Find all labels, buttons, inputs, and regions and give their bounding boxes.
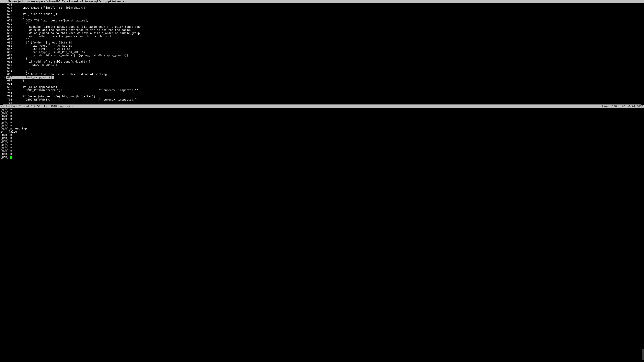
- code-text: DBUG_EXECUTE("info", TEST_join(this););: [12, 6, 641, 10]
- source-line: 678 JOIN_TAB *tab= best_ref[const_tables…: [3, 19, 641, 22]
- source-line: 683 as in other cases the join is done b…: [3, 35, 641, 38]
- console-line: (gdb) n: [0, 111, 644, 114]
- code-text: as in other cases the join is done befor…: [12, 35, 641, 38]
- line-number: 685: [6, 41, 12, 44]
- current-line-marker: [3, 60, 6, 63]
- line-number: 691: [6, 60, 12, 63]
- code-text: [12, 10, 641, 13]
- line-number: 681: [6, 29, 12, 32]
- gdb-prompt-line[interactable]: (gdb): [0, 156, 644, 159]
- current-line-marker: [3, 16, 6, 19]
- gdb-console[interactable]: (gdb) n(gdb) n(gdb) n(gdb) n(gdb) n(gdb)…: [0, 108, 644, 362]
- source-line: 675: [3, 10, 641, 13]
- source-line: 682 We only need to do this when we have…: [3, 32, 641, 35]
- current-line-marker: [3, 32, 6, 35]
- current-line-marker: [3, 54, 6, 57]
- line-number: 699: [6, 86, 12, 89]
- line-number: 693: [6, 67, 12, 70]
- current-line-marker: [3, 38, 6, 41]
- code-text: [12, 82, 641, 85]
- source-line: 677 {: [3, 16, 641, 19]
- code-text: DBUG_RETURN(1); /* purecov: inspected */: [12, 98, 641, 101]
- current-line-marker: [3, 98, 6, 101]
- code-text: we must add the removed reference to the…: [12, 29, 641, 32]
- code-text: DBUG_RETURN(error= 1); /* purecov: inspe…: [12, 89, 641, 92]
- code-text: if (!plan_is_const()): [12, 13, 641, 16]
- console-line: (gdb) n: [0, 124, 644, 127]
- source-line: 697 }: [3, 79, 641, 82]
- current-line-marker: [3, 63, 6, 67]
- current-line-marker: [3, 19, 6, 22]
- line-number: 676: [6, 13, 12, 16]
- line-number: 682: [6, 32, 12, 35]
- code-text: {: [12, 16, 641, 19]
- source-line: 694 }: [3, 70, 641, 73]
- source-line: 699 if (alloc_qep(tables)): [3, 86, 641, 89]
- current-line-marker: [3, 10, 6, 13]
- source-file-path: /home/jenkins/workspace/stonedb5.7-zsl-c…: [8, 0, 126, 3]
- line-number: 675: [6, 10, 12, 13]
- code-text: }: [12, 70, 641, 73]
- current-line-marker: [3, 41, 6, 44]
- current-line-marker: [3, 86, 6, 89]
- console-line: (gdb) p need_tmp: [0, 127, 644, 130]
- current-line-marker: [3, 29, 6, 32]
- source-line: 702 if (make_join_readinfo(this, no_jbuf…: [3, 95, 641, 98]
- current-line-marker: [3, 92, 6, 95]
- current-line-marker: [3, 67, 6, 70]
- source-line: 688 tab->type() != JT_REF_OR_NULL &&: [3, 51, 641, 54]
- status-bar: multi-thre Thread 0x7f59b In: JOIN::opti…: [0, 105, 644, 108]
- gdb-prompt: (gdb): [0, 156, 10, 159]
- line-number: 695: [6, 73, 12, 76]
- current-line-marker: >: [3, 76, 6, 79]
- source-line: 701: [3, 92, 641, 95]
- source-line: 680 Because filesort always does a full …: [3, 25, 641, 29]
- console-line: (gdb) n: [0, 117, 644, 121]
- line-number: 683: [6, 35, 12, 38]
- current-line-marker: [3, 51, 6, 54]
- source-line: 692 DBUG_RETURN(1);: [3, 63, 641, 67]
- code-text: tab->type() != JT_REF_OR_NULL &&: [12, 51, 641, 54]
- line-number: 694: [6, 70, 12, 73]
- current-line-marker: [3, 3, 6, 6]
- source-line: 673: [3, 3, 641, 6]
- code-text: [12, 3, 641, 6]
- line-number: 696: [6, 76, 12, 79]
- code-text: test_skip_sort();: [12, 76, 641, 79]
- console-line: (gdb) n: [0, 114, 644, 117]
- line-number: 698: [6, 82, 12, 85]
- source-title-bar: /home/jenkins/workspace/stonedb5.7-zsl-c…: [0, 0, 644, 3]
- cursor[interactable]: [10, 156, 12, 159]
- line-number: 687: [6, 48, 12, 51]
- code-text: // Test if we can use an index instead o…: [12, 73, 641, 76]
- current-line-marker: [3, 25, 6, 29]
- line-number: 673: [6, 3, 12, 6]
- source-line: 685 if ((order || group_list) &&: [3, 41, 641, 44]
- code-text: {: [12, 57, 641, 60]
- current-line-marker: [3, 95, 6, 98]
- line-number: 686: [6, 44, 12, 48]
- source-line: 687 tab->type() != JT_FT &&: [3, 48, 641, 51]
- source-view[interactable]: 673 674 DBUG_EXECUTE("info", TEST_join(t…: [3, 3, 641, 105]
- current-line-marker: [3, 82, 6, 85]
- code-text: if ((order || group_list) &&: [12, 41, 641, 44]
- console-line: (gdb) n: [0, 108, 644, 111]
- line-number: 688: [6, 51, 12, 54]
- console-line: (gdb) n: [0, 140, 644, 143]
- gdb-tui-root: /home/jenkins/workspace/stonedb5.7-zsl-c…: [0, 0, 644, 362]
- source-line: 676 if (!plan_is_const()): [3, 13, 641, 16]
- console-line: (gdb) n: [0, 133, 644, 137]
- code-text: We only need to do this when we have a s…: [12, 32, 641, 35]
- code-text: }: [12, 67, 641, 70]
- source-line: 690 {: [3, 57, 641, 60]
- current-line-marker: [3, 73, 6, 76]
- line-number: 677: [6, 16, 12, 19]
- code-text: if (add_ref_to_table_cond(thd,tab)) {: [12, 60, 641, 63]
- source-line: 700 DBUG_RETURN(error= 1); /* purecov: i…: [3, 89, 641, 92]
- source-line: 679 /*: [3, 22, 641, 25]
- current-line-marker: [3, 57, 6, 60]
- line-number: 692: [6, 63, 12, 67]
- source-line: 689 ((order && simple_order) || (group_l…: [3, 54, 641, 57]
- current-line-marker: [3, 101, 6, 105]
- scrollbar-thumb[interactable]: [642, 349, 644, 360]
